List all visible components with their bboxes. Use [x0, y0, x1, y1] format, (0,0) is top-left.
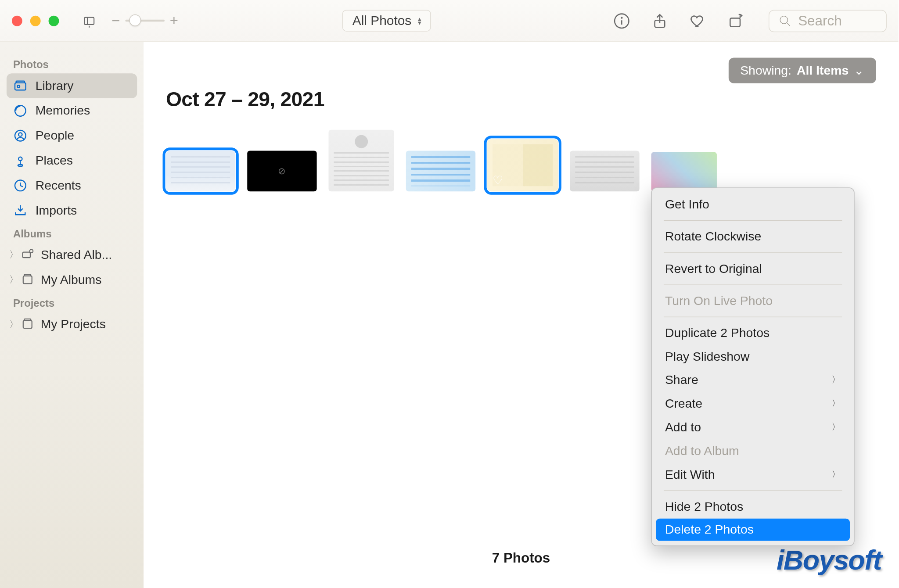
showing-filter-button[interactable]: Showing: All Items ⌄ [728, 57, 876, 83]
people-icon [13, 129, 28, 143]
sidebar-item-people[interactable]: People [7, 123, 137, 148]
sidebar-item-my-albums[interactable]: 〉 My Albums [7, 268, 137, 293]
info-button[interactable] [611, 10, 632, 31]
sidebar-item-label: Places [36, 154, 73, 168]
sidebar: Photos Library Memories People Places Re… [0, 42, 144, 588]
chevron-down-icon: ⌄ [854, 63, 864, 78]
zoom-in-button[interactable]: + [170, 12, 178, 29]
ctx-add-to-album: Add to Album [652, 439, 854, 463]
search-field[interactable]: Search [769, 10, 887, 32]
share-button[interactable] [649, 10, 670, 31]
svg-rect-24 [24, 319, 31, 321]
zoom-out-button[interactable]: − [111, 12, 120, 29]
showing-value: All Items [797, 63, 849, 78]
sidebar-item-memories[interactable]: Memories [7, 98, 137, 123]
imports-icon [13, 203, 28, 218]
ctx-edit-with[interactable]: Edit With〉 [652, 463, 854, 487]
sidebar-toggle-button[interactable] [79, 10, 100, 31]
sidebar-section-projects: Projects [7, 292, 137, 312]
zoom-slider[interactable] [125, 20, 165, 22]
view-dropdown-label: All Photos [352, 13, 412, 28]
sidebar-item-library[interactable]: Library [7, 73, 137, 98]
context-menu: Get Info Rotate Clockwise Revert to Orig… [651, 187, 855, 546]
dropdown-stepper-icon: ▴▾ [418, 17, 421, 25]
ctx-share[interactable]: Share〉 [652, 369, 854, 392]
zoom-knob[interactable] [129, 14, 141, 26]
svg-point-12 [17, 85, 19, 87]
ctx-turn-on-live-photo: Turn On Live Photo [652, 289, 854, 313]
view-dropdown[interactable]: All Photos ▴▾ [342, 10, 431, 31]
content-area: Showing: All Items ⌄ Oct 27 – 29, 2021 ♡… [144, 42, 899, 588]
photo-thumbnail-3[interactable] [328, 130, 394, 191]
app-window: − + All Photos ▴▾ Search [0, 0, 899, 588]
sidebar-item-recents[interactable]: Recents [7, 173, 137, 198]
chevron-right-icon: 〉 [831, 422, 841, 434]
toolbar: − + All Photos ▴▾ Search [0, 0, 899, 42]
rotate-button[interactable] [725, 10, 746, 31]
svg-point-16 [18, 157, 22, 161]
photo-thumbnail-7[interactable] [651, 152, 717, 192]
chevron-right-icon: 〉 [831, 374, 841, 386]
sidebar-item-shared-albums[interactable]: 〉 Shared Alb... [7, 243, 137, 268]
svg-point-15 [18, 133, 22, 136]
sidebar-item-label: People [36, 129, 74, 143]
close-window-button[interactable] [12, 15, 22, 26]
photo-count-label: 7 Photos [492, 550, 550, 566]
chevron-right-icon: 〉 [831, 398, 841, 410]
ctx-get-info[interactable]: Get Info [652, 193, 854, 216]
svg-point-8 [780, 16, 788, 23]
window-controls [12, 15, 59, 26]
ctx-separator [664, 284, 842, 285]
main-area: Photos Library Memories People Places Re… [0, 42, 899, 588]
favorite-heart-icon: ♡ [493, 173, 503, 187]
sidebar-section-photos: Photos [7, 54, 137, 74]
project-icon [21, 317, 36, 332]
search-placeholder: Search [798, 13, 841, 29]
ctx-duplicate[interactable]: Duplicate 2 Photos [652, 321, 854, 345]
photo-thumbnail-2[interactable] [247, 151, 316, 192]
showing-label: Showing: [740, 63, 791, 78]
photo-thumbnail-1[interactable] [166, 151, 235, 192]
search-icon [778, 14, 791, 27]
ctx-hide[interactable]: Hide 2 Photos [652, 495, 854, 519]
svg-rect-11 [16, 81, 25, 83]
photo-thumbnail-4[interactable] [406, 151, 475, 192]
svg-line-9 [787, 22, 790, 25]
zoom-slider-group: − + [111, 12, 178, 29]
minimize-window-button[interactable] [30, 15, 41, 26]
chevron-right-icon: 〉 [831, 469, 841, 480]
chevron-right-icon: 〉 [9, 249, 16, 261]
ctx-create[interactable]: Create〉 [652, 392, 854, 416]
library-icon [13, 79, 28, 93]
ctx-separator [664, 317, 842, 317]
ctx-revert-original[interactable]: Revert to Original [652, 257, 854, 281]
chevron-right-icon: 〉 [9, 319, 16, 330]
sidebar-item-label: Library [36, 79, 74, 93]
svg-point-5 [621, 17, 622, 18]
shared-album-icon [21, 248, 36, 262]
photo-thumbnail-5[interactable]: ♡ [487, 139, 558, 192]
sidebar-item-imports[interactable]: Imports [7, 198, 137, 223]
sidebar-item-label: My Albums [41, 273, 102, 287]
sidebar-item-my-projects[interactable]: 〉 My Projects [7, 312, 137, 337]
memories-icon [13, 104, 28, 118]
fullscreen-window-button[interactable] [49, 15, 59, 26]
chevron-right-icon: 〉 [9, 274, 16, 286]
ctx-separator [664, 220, 842, 221]
photo-thumbnail-6[interactable] [570, 151, 639, 192]
sidebar-item-label: My Projects [41, 317, 106, 332]
sidebar-section-albums: Albums [7, 223, 137, 243]
recents-icon [13, 178, 28, 193]
ctx-play-slideshow[interactable]: Play Slideshow [652, 345, 854, 369]
places-icon [13, 154, 28, 168]
sidebar-item-places[interactable]: Places [7, 148, 137, 173]
svg-rect-7 [730, 18, 740, 26]
favorite-button[interactable] [687, 10, 708, 31]
date-range-header: Oct 27 – 29, 2021 [166, 88, 876, 111]
ctx-delete[interactable]: Delete 2 Photos [656, 519, 850, 541]
ctx-rotate-clockwise[interactable]: Rotate Clockwise [652, 225, 854, 248]
sidebar-item-label: Recents [36, 178, 81, 193]
ctx-separator [664, 491, 842, 491]
ctx-add-to[interactable]: Add to〉 [652, 416, 854, 439]
album-icon [21, 273, 36, 287]
